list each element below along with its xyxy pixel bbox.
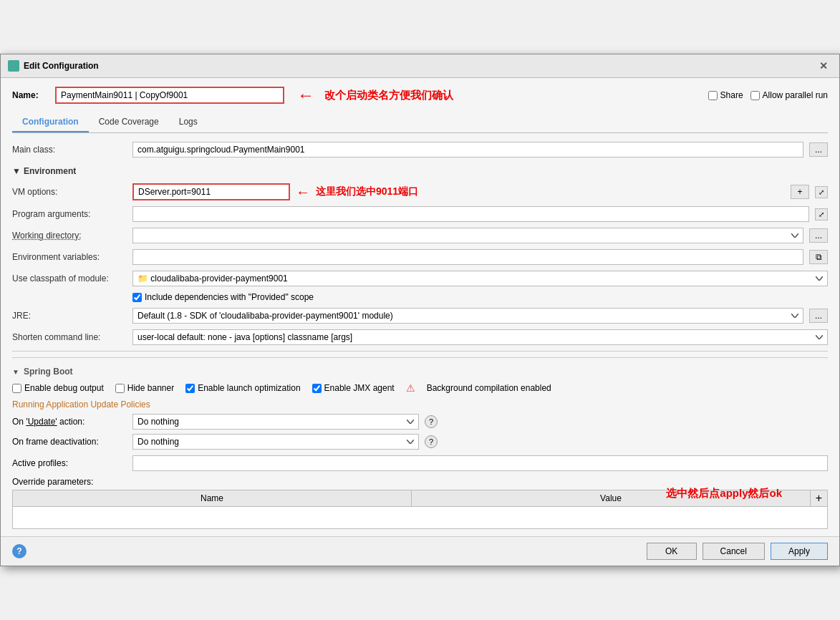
running-policies-title: Running Application Update Policies (12, 399, 828, 410)
jre-select[interactable]: Default (1.8 - SDK of 'cloudalibaba-prov… (132, 308, 803, 324)
active-profiles-label: Active profiles: (12, 458, 127, 468)
name-input[interactable] (55, 87, 284, 104)
edit-configuration-dialog: Edit Configuration ✕ Name: ← 改个启动类名方便我们确… (0, 54, 840, 566)
override-params-label: Override parameters: (12, 477, 828, 487)
separator-1 (12, 351, 828, 352)
program-args-row: Program arguments: ⤢ (12, 206, 828, 222)
include-deps-label: Include dependencies with "Provided" sco… (145, 292, 314, 302)
override-params-section: Override parameters: Name Value + (12, 477, 828, 529)
vm-options-container: VM options: ← 这里我们选中9011端口 + ⤢ (12, 183, 828, 200)
frame-deactivation-select[interactable]: Do nothing Update resources Update class… (132, 434, 419, 450)
name-row: Name: ← 改个启动类名方便我们确认 Share Allow paralle… (12, 85, 828, 105)
launch-opt-text: Enable launch optimization (198, 383, 300, 393)
name-label: Name: (12, 90, 48, 100)
vm-add-btn[interactable]: + (791, 185, 809, 199)
hide-banner-checkbox[interactable] (115, 384, 125, 393)
add-param-btn[interactable]: + (810, 490, 827, 506)
update-underline: 'Update' (26, 417, 57, 427)
jmx-agent-text: Enable JMX agent (324, 383, 395, 393)
title-bar: Edit Configuration ✕ (1, 54, 839, 78)
spring-boot-header: ▼ Spring Boot (12, 367, 828, 377)
footer-left: ? (12, 544, 26, 558)
update-action-select[interactable]: Do nothing Update resources Update class… (132, 414, 419, 430)
debug-output-checkbox[interactable] (12, 384, 21, 393)
env-vars-input[interactable] (132, 249, 803, 265)
update-action-help-btn[interactable]: ? (425, 415, 438, 428)
frame-deactivation-row: On frame deactivation: Do nothing Update… (12, 434, 828, 450)
update-action-row: On 'Update' action: Do nothing Update re… (12, 414, 828, 430)
working-dir-label: Working directory: (12, 231, 127, 241)
main-class-input[interactable] (132, 142, 803, 158)
jmx-agent-checkbox[interactable] (312, 384, 322, 393)
tabs: Configuration Code Coverage Logs (12, 112, 828, 133)
running-policies-section: Running Application Update Policies On '… (12, 399, 828, 450)
jre-label: JRE: (12, 311, 127, 321)
vm-expand-btn[interactable]: ⤢ (815, 186, 828, 198)
allow-parallel-checkbox-label[interactable]: Allow parallel run (750, 90, 828, 100)
allow-parallel-checkbox[interactable] (750, 91, 760, 100)
working-dir-select[interactable] (132, 228, 803, 243)
jre-row: JRE: Default (1.8 - SDK of 'cloudalibaba… (12, 308, 828, 324)
vm-options-label: VM options: (12, 187, 127, 197)
dialog-body: Name: ← 改个启动类名方便我们确认 Share Allow paralle… (1, 78, 839, 536)
override-params-table-wrapper: Name Value + (12, 490, 828, 529)
bg-compilation-info-icon: ⚠ (406, 382, 415, 394)
tab-code-coverage[interactable]: Code Coverage (89, 112, 169, 132)
bg-compilation-text: Background compilation enabled (427, 383, 551, 393)
share-label: Share (720, 90, 743, 100)
env-vars-label: Environment variables: (12, 252, 127, 262)
include-deps-row: Include dependencies with "Provided" sco… (132, 292, 828, 302)
apply-button[interactable]: Apply (771, 543, 828, 560)
include-deps-checkbox[interactable] (132, 293, 142, 302)
vm-options-row: VM options: ← 这里我们选中9011端口 + ⤢ (12, 183, 828, 200)
vm-options-input[interactable] (132, 183, 290, 200)
main-class-label: Main class: (12, 145, 127, 155)
main-class-browse-btn[interactable]: ... (809, 142, 828, 157)
launch-opt-checkbox[interactable] (185, 384, 195, 393)
classpath-select[interactable]: 📁 cloudalibaba-provider-payment9001 (132, 271, 828, 286)
working-dir-browse-btn[interactable]: ... (809, 228, 828, 243)
allow-parallel-label: Allow parallel run (763, 90, 828, 100)
frame-deactivation-help-btn[interactable]: ? (425, 435, 438, 448)
active-profiles-row: Active profiles: (12, 455, 828, 471)
frame-deactivation-label: On frame deactivation: (12, 437, 127, 447)
global-help-btn[interactable]: ? (12, 544, 26, 558)
cancel-button[interactable]: Cancel (703, 543, 765, 560)
env-collapse-arrow[interactable]: ▼ (12, 166, 21, 176)
program-args-expand-btn[interactable]: ⤢ (815, 208, 828, 221)
tab-configuration[interactable]: Configuration (12, 112, 89, 132)
main-class-row: Main class: ... (12, 142, 828, 158)
update-action-label: On 'Update' action: (12, 417, 127, 427)
spring-boot-title: Spring Boot (24, 367, 73, 377)
environment-header: ▼ Environment (12, 163, 828, 179)
launch-opt-label[interactable]: Enable launch optimization (185, 383, 300, 393)
debug-output-text: Enable debug output (24, 383, 104, 393)
share-checkbox[interactable] (708, 91, 718, 100)
classpath-row: Use classpath of module: 📁 cloudalibaba-… (12, 271, 828, 286)
close-button[interactable]: ✕ (815, 59, 832, 73)
dialog-icon (8, 60, 19, 72)
override-params-table-body (13, 507, 827, 528)
shorten-cmd-select[interactable]: user-local default: none - java [options… (132, 329, 828, 345)
dialog-footer: ? OK Cancel Apply (1, 536, 839, 566)
jre-browse-btn[interactable]: ... (809, 309, 828, 323)
env-vars-copy-btn[interactable]: ⧉ (809, 250, 828, 264)
program-args-input[interactable] (132, 206, 809, 222)
col-name-header: Name (13, 490, 412, 506)
vm-inputs: ← 这里我们选中9011端口 (132, 183, 785, 200)
dialog-title: Edit Configuration (24, 61, 99, 71)
name-arrow: ← (297, 85, 314, 105)
title-bar-left: Edit Configuration (8, 60, 99, 72)
spring-boot-collapse-arrow[interactable]: ▼ (12, 368, 19, 376)
name-annotation: 改个启动类名方便我们确认 (324, 89, 453, 102)
share-checkbox-label[interactable]: Share (708, 90, 743, 100)
active-profiles-input[interactable] (132, 455, 828, 471)
jmx-agent-label[interactable]: Enable JMX agent (312, 383, 395, 393)
hide-banner-label[interactable]: Hide banner (115, 383, 174, 393)
tab-logs[interactable]: Logs (169, 112, 208, 132)
debug-output-label[interactable]: Enable debug output (12, 383, 104, 393)
shorten-cmd-label: Shorten command line: (12, 332, 127, 342)
spring-boot-checkboxes: Enable debug output Hide banner Enable l… (12, 382, 828, 394)
ok-button[interactable]: OK (647, 543, 697, 560)
name-row-right: Share Allow parallel run (708, 90, 828, 100)
